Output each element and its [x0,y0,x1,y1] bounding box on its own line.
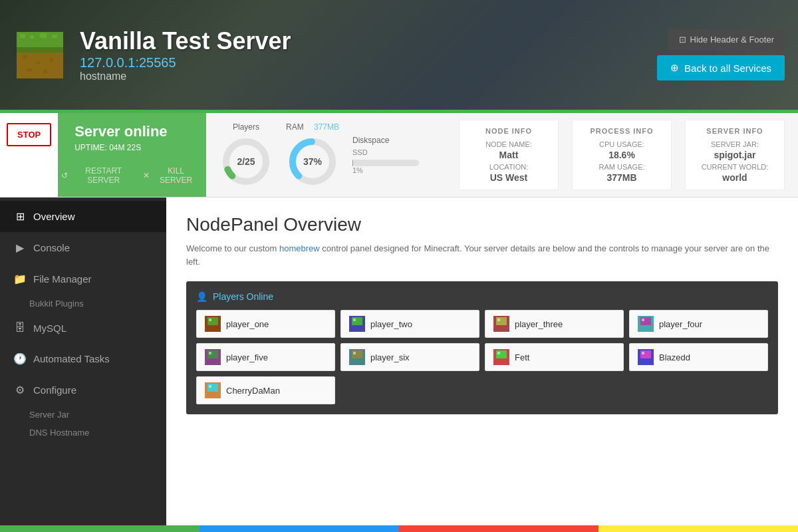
player-avatar [205,349,221,365]
svg-rect-51 [360,358,364,362]
ram-stat: RAM 377MB 37% [286,122,339,188]
svg-rect-54 [497,352,500,354]
hide-header-button[interactable]: ⊡ Hide Header & Footer [668,29,785,50]
kill-server-button[interactable]: ✕ KILL SERVER [143,166,200,185]
svg-rect-48 [353,352,356,354]
svg-rect-2 [17,47,63,53]
server-info-block: Vanilla Test Server 127.0.0.1:25565 host… [80,27,657,82]
homebrew-link[interactable]: homebrew [279,243,320,253]
server-ip: 127.0.0.1:25565 [80,55,657,70]
svg-rect-55 [499,358,504,364]
player-card: player_one [196,310,335,338]
players-donut: 2/25 [219,135,273,188]
restart-server-button[interactable]: ↺ RESTART SERVER [61,166,136,185]
stats-area: Players 2/25 RAM 377MB 37% [206,113,798,197]
disk-stat: Diskspace SSD 1% [352,136,432,174]
svg-rect-5 [40,33,47,38]
players-count: 2/25 [237,156,255,167]
svg-rect-68 [206,392,210,396]
svg-rect-9 [50,59,53,62]
sidebar: ⊞ Overview ▶ Console 📁 File Manager Bukk… [0,198,166,532]
svg-rect-45 [215,358,219,362]
uptime-display: UPTIME: 04M 22S [74,143,190,152]
sidebar-item-configure[interactable]: ⚙ Configure [0,374,166,406]
svg-rect-19 [210,325,215,331]
player-card: CherryDaMan [196,376,335,404]
svg-rect-57 [504,358,508,362]
player-name: Fett [515,352,529,362]
svg-rect-24 [353,319,356,321]
clock-icon: 🕐 [13,352,27,365]
svg-rect-3 [20,34,25,38]
svg-rect-20 [206,325,210,329]
grid-icon: ⊞ [13,210,27,223]
svg-rect-62 [639,358,643,362]
sidebar-item-overview[interactable]: ⊞ Overview [0,201,166,232]
stop-btn-area: STOP [0,113,58,197]
sidebar-item-automated-tasks[interactable]: 🕐 Automated Tasks [0,343,166,374]
content-area: NodePanel Overview Welcome to our custom… [166,198,798,532]
ram-donut: 37% [286,135,339,188]
svg-rect-61 [643,358,648,364]
svg-rect-6 [52,35,57,38]
header: Vanilla Test Server 127.0.0.1:25565 host… [0,0,798,110]
page-title: NodePanel Overview [186,214,778,235]
svg-rect-49 [354,358,360,364]
svg-rect-37 [643,325,648,331]
player-avatar [493,349,509,365]
player-avatar [349,316,365,332]
player-name: player_four [659,319,702,329]
monitor-icon: ⊡ [679,35,686,45]
player-name: Blazedd [659,352,690,362]
players-section: 👤 Players Online player_one player_two [186,281,778,414]
player-card: player_three [485,310,624,338]
player-card: player_two [340,310,479,338]
server-status: Server online UPTIME: 04M 22S [58,113,206,156]
process-info-block: PROCESS INFO CPU USAGE: 18.6% RAM USAGE:… [572,120,672,190]
player-name: player_two [370,319,412,329]
svg-rect-25 [354,325,360,331]
terminal-icon: ▶ [13,241,27,254]
svg-rect-67 [210,392,215,397]
back-to-services-button[interactable]: ⊕ Back to all Services [657,55,785,80]
svg-rect-30 [497,319,500,321]
stop-button[interactable]: STOP [7,123,51,146]
svg-rect-60 [642,352,644,354]
svg-rect-38 [639,325,643,329]
sidebar-item-console[interactable]: ▶ Console [0,232,166,263]
sidebar-item-mysql[interactable]: 🗄 MySQL [0,313,166,343]
svg-rect-8 [37,62,41,65]
node-info-block: NODE INFO NODE NAME: Matt LOCATION: US W… [459,120,559,190]
svg-rect-4 [30,35,34,39]
player-avatar [205,316,221,332]
restart-icon: ↺ [61,171,68,180]
bottom-green [0,525,200,532]
bottom-red [399,525,598,532]
svg-rect-56 [495,358,499,362]
player-name: player_three [515,319,563,329]
svg-rect-32 [495,325,499,329]
players-section-header: 👤 Players Online [196,291,768,302]
players-grid: player_one player_two player_three playe… [196,310,768,404]
svg-rect-10 [27,68,32,71]
player-avatar [638,316,654,332]
sidebar-sub-bukkit-plugins[interactable]: Bukkit Plugins [0,295,166,313]
folder-icon: 📁 [13,273,27,285]
player-name: CherryDaMan [226,386,280,396]
server-info-details-block: SERVER INFO SERVER JAR: spigot.jar CURRE… [685,120,785,190]
ram-percent: 37% [303,156,322,167]
svg-rect-27 [360,325,364,329]
player-card: Blazedd [629,343,768,371]
player-card: Fett [485,343,624,371]
bottom-bar [0,525,798,532]
sidebar-sub-server-jar[interactable]: Server Jar [0,406,166,424]
player-name: player_one [226,319,269,329]
svg-rect-7 [23,55,27,59]
circle-plus-icon: ⊕ [670,62,679,74]
sidebar-sub-dns-hostname[interactable]: DNS Hostname [0,424,166,442]
x-icon: ✕ [143,171,150,180]
main-layout: ⊞ Overview ▶ Console 📁 File Manager Bukk… [0,198,798,532]
sidebar-item-file-manager[interactable]: 📁 File Manager [0,263,166,295]
page-description: Welcome to our custom homebrew control p… [186,242,778,268]
bottom-blue [200,525,399,532]
